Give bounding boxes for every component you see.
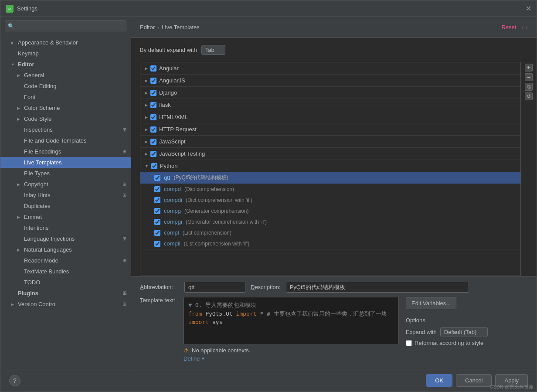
comment-text-2: # 主要包含了我们常用的一些类，汇总到了一块 [267,310,387,317]
template-item-compgi[interactable]: compgi (Generator comprehension with 'if… [140,216,520,227]
template-group-flask: ▶ flask [140,99,520,111]
plugins-badge: ⊞ [122,290,126,296]
sidebar-item-language-injections[interactable]: Language Injections ⊞ [0,233,131,244]
reset-button[interactable]: Reset [501,24,516,31]
expand-dropdown[interactable]: Tab Enter Space [201,45,225,55]
group-checkbox-httprequest[interactable] [150,126,156,133]
apply-button[interactable]: Apply [495,374,528,387]
template-item-qtt[interactable]: qtt (PyQt5的代码结构模板) [140,172,520,184]
group-checkbox-django[interactable] [150,90,156,96]
define-arrow-icon[interactable]: ▾ [202,356,204,361]
sidebar-item-todo[interactable]: TODO [0,277,131,288]
description-input[interactable] [286,282,469,293]
sidebar-item-general[interactable]: ▶ General [0,70,131,81]
edit-variables-button[interactable]: Edit Variables... [406,297,456,309]
sidebar-item-textmate-bundles[interactable]: TextMate Bundles [0,266,131,277]
sidebar-item-version-control[interactable]: ▶ Version Control ⊞ [0,299,131,310]
template-checkbox-qtt[interactable] [154,175,160,181]
sidebar-item-plugins[interactable]: Plugins ⊞ [0,288,131,299]
group-checkbox-python[interactable] [151,163,157,169]
group-checkbox-flask[interactable] [150,102,156,108]
expand-arrow: ▶ [17,117,21,121]
cancel-button[interactable]: Cancel [456,374,492,387]
group-checkbox-js-testing[interactable] [150,151,156,157]
template-item-compl[interactable]: compl (List comprehension) [140,227,520,238]
expand-with-dropdown[interactable]: Default (Tab) Tab Enter Space [440,327,488,337]
reformat-checkbox[interactable] [406,340,412,346]
group-checkbox-angular[interactable] [150,65,156,72]
group-checkbox-htmlxml[interactable] [150,114,156,120]
template-group-python: ▼ Python qtt (PyQt5的代码结构模板) [140,160,520,249]
template-checkbox-compli[interactable] [154,241,160,247]
sidebar-item-label: Code Editing [24,83,56,89]
template-item-compg[interactable]: compg (Generator comprehension) [140,205,520,216]
template-group-header-flask[interactable]: ▶ flask [140,99,520,111]
sidebar-nav: ▶ Appearance & Behavior Keymap ▼ Editor … [0,35,131,369]
reformat-label: Reformat according to style [415,340,483,346]
sidebar-item-editor[interactable]: ▼ Editor [0,59,131,70]
group-checkbox-javascript[interactable] [150,139,156,145]
template-item-compd[interactable]: compd (Dict comprehension) [140,184,520,194]
sidebar-item-label: File and Code Templates [24,137,87,144]
close-button[interactable]: ✕ [526,4,531,13]
templates-list: ▶ Angular ▶ AngularJS [140,62,521,276]
warning-icon: ⚠ [184,347,189,354]
template-group-header-js-testing[interactable]: ▶ JavaScript Testing [140,148,520,160]
vc-badge: ⊞ [122,301,126,307]
sidebar-item-color-scheme[interactable]: ▶ Color Scheme [0,102,131,113]
template-group-js-testing: ▶ JavaScript Testing [140,148,520,160]
help-button[interactable]: ? [9,375,20,386]
template-group-header-angular[interactable]: ▶ Angular [140,62,520,74]
sidebar-item-emmet[interactable]: ▶ Emmet [0,211,131,222]
search-input[interactable] [5,20,126,31]
sidebar-item-reader-mode[interactable]: Reader Mode ⊞ [0,255,131,266]
nav-forward-button[interactable]: › [526,24,528,31]
sidebar-item-label: Natural Languages [24,246,72,253]
template-group-header-python[interactable]: ▼ Python [140,160,520,172]
sidebar-item-inspections[interactable]: Inspections ⊞ [0,124,131,135]
title-bar: P Settings ✕ [0,0,537,17]
define-link[interactable]: Define [184,355,200,362]
sidebar-item-live-templates[interactable]: Live Templates [0,157,131,168]
sidebar-item-code-editing[interactable]: Code Editing [0,81,131,92]
nav-back-button[interactable]: ‹ [521,24,523,31]
group-checkbox-angularjs[interactable] [150,78,156,84]
ok-button[interactable]: OK [426,374,452,387]
sidebar-item-file-code-templates[interactable]: File and Code Templates [0,135,131,146]
sidebar-item-copyright[interactable]: ▶ Copyright ⊞ [0,179,131,190]
template-group-header-angularjs[interactable]: ▶ AngularJS [140,75,520,86]
remove-template-button[interactable]: − [525,73,533,81]
add-template-button[interactable]: + [525,64,533,72]
svg-text:P: P [8,7,11,11]
sidebar-item-intentions[interactable]: Intentions [0,222,131,233]
template-group-header-django[interactable]: ▶ Django [140,87,520,99]
sidebar-item-label: Editor [18,61,34,68]
sidebar-item-keymap[interactable]: Keymap [0,48,131,59]
sidebar-item-duplicates[interactable]: Duplicates [0,201,131,211]
template-group-header-httprequest[interactable]: ▶ HTTP Request [140,123,520,135]
sidebar-item-file-encodings[interactable]: File Encodings ⊞ [0,146,131,157]
template-item-compli[interactable]: compli (List comprehension with 'if') [140,238,520,249]
abbreviation-input[interactable] [184,282,245,293]
sidebar-item-font[interactable]: Font [0,92,131,102]
sidebar-item-label: General [24,72,44,78]
template-checkbox-compdi[interactable] [154,197,160,203]
sidebar-item-natural-languages[interactable]: ▶ Natural Languages [0,244,131,255]
sidebar-item-inlay-hints[interactable]: Inlay Hints ⊞ [0,190,131,201]
copy-template-button[interactable]: ⧉ [525,83,533,91]
sidebar-item-label: Color Scheme [24,105,60,111]
sidebar-item-code-style[interactable]: ▶ Code Style [0,113,131,124]
restore-template-button[interactable]: ↺ [525,92,533,100]
sidebar-item-appearance[interactable]: ▶ Appearance & Behavior [0,37,131,48]
template-item-compdi[interactable]: compdi (Dict comprehension with 'if') [140,194,520,205]
template-group-header-htmlxml[interactable]: ▶ HTML/XML [140,111,520,123]
template-checkbox-compl[interactable] [154,230,160,236]
template-editor[interactable]: # 0. 导入需要的包和模块 from PyQt5.Qt import * # … [184,297,399,345]
window-title: Settings [17,5,37,12]
template-checkbox-compd[interactable] [154,186,160,192]
expand-dropdown-wrapper: Tab Enter Space [201,45,225,55]
template-group-header-javascript[interactable]: ▶ JavaScript [140,136,520,147]
template-checkbox-compgi[interactable] [154,219,160,225]
sidebar-item-file-types[interactable]: File Types [0,168,131,179]
template-checkbox-compg[interactable] [154,208,160,214]
